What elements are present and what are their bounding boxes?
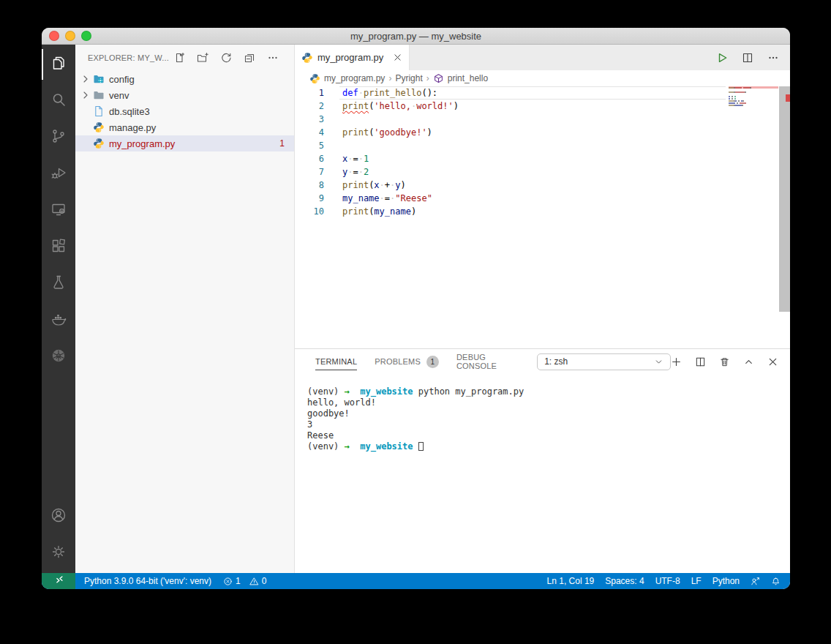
tree-item-label: config xyxy=(109,74,135,85)
status-item-value: 0 xyxy=(262,576,267,586)
new-folder-button[interactable] xyxy=(197,52,208,64)
search-icon xyxy=(50,91,67,111)
status-item-language-mode[interactable]: Python xyxy=(712,576,740,586)
editor-scrollbar[interactable] xyxy=(779,86,790,312)
workbench: EXPLORER: MY_W... configvenvdb.sqlite3ma… xyxy=(42,45,790,573)
line-number[interactable]: 7 xyxy=(295,165,324,179)
code-text: print(x·+·y) xyxy=(342,179,406,192)
tree-item-db.sqlite3[interactable]: db.sqlite3 xyxy=(75,103,294,119)
status-item-eol[interactable]: LF xyxy=(691,576,702,586)
code-editor[interactable]: 1def·print_hello():2print('hello,·world!… xyxy=(295,86,790,348)
status-item-problems[interactable]: 10 xyxy=(223,576,266,586)
status-item-indentation[interactable]: Spaces: 4 xyxy=(605,576,644,586)
breadcrumb-item-print_hello[interactable]: print_hello xyxy=(433,73,488,84)
line-number[interactable]: 5 xyxy=(295,139,324,152)
breadcrumb-label: my_program.py xyxy=(324,73,385,83)
collapse-all-button[interactable] xyxy=(244,52,255,64)
tree-item-config[interactable]: config xyxy=(75,71,294,87)
code-line-7: 7y·=·2 xyxy=(295,165,790,179)
warning-icon xyxy=(249,577,259,586)
panel-tab-debug-console[interactable]: DEBUG CONSOLE xyxy=(456,349,528,374)
terminal-actions xyxy=(671,356,778,367)
chevron-right-icon xyxy=(80,89,91,101)
tree-item-label: manage.py xyxy=(109,122,156,133)
tab-label: my_program.py xyxy=(317,52,383,63)
line-number[interactable]: 6 xyxy=(295,152,324,165)
breadcrumb-item-my_program.py[interactable]: my_program.py xyxy=(309,73,385,84)
panel-tab-terminal[interactable]: TERMINAL xyxy=(315,349,357,374)
close-panel-button[interactable] xyxy=(767,356,778,367)
terminal-line: hello, world! xyxy=(307,397,790,408)
activity-item-search[interactable] xyxy=(42,83,75,119)
line-number[interactable]: 1 xyxy=(295,86,324,100)
terminal-content[interactable]: (venv) → my_website python my_program.py… xyxy=(295,374,790,573)
refresh-button[interactable] xyxy=(220,52,232,64)
tree-item-manage.py[interactable]: manage.py xyxy=(75,119,294,135)
editor-region: my_program.py my_program.py›Pyright›prin… xyxy=(295,45,790,573)
zoom-button[interactable] xyxy=(81,31,91,41)
minimize-button[interactable] xyxy=(65,31,75,41)
remote-indicator[interactable] xyxy=(42,573,75,589)
terminal-line: goodbye! xyxy=(307,408,790,419)
run-python-file-button[interactable] xyxy=(716,52,728,64)
titlebar[interactable]: my_program.py — my_website xyxy=(42,28,790,45)
line-number[interactable]: 2 xyxy=(295,100,324,113)
status-item-feedback[interactable] xyxy=(751,577,760,586)
line-number[interactable]: 4 xyxy=(295,126,324,139)
kubernetes-icon xyxy=(50,347,67,367)
status-item-label: Python xyxy=(712,576,740,586)
editor-actions xyxy=(716,45,790,70)
activity-item-run-debug[interactable] xyxy=(42,156,75,192)
code-text: my_name·=·"Reese" xyxy=(342,192,432,205)
status-item-notifications[interactable] xyxy=(771,577,781,586)
close-icon[interactable] xyxy=(393,53,402,62)
status-item-python-interpreter[interactable]: Python 3.9.0 64-bit ('venv': venv) xyxy=(84,576,211,586)
tree-item-venv[interactable]: venv xyxy=(75,87,294,103)
activity-item-testing[interactable] xyxy=(42,266,75,302)
more-actions-button[interactable] xyxy=(767,52,779,64)
breadcrumb-item-Pyright[interactable]: Pyright xyxy=(395,73,422,83)
activity-item-remote-explorer[interactable] xyxy=(42,192,75,229)
line-number[interactable]: 10 xyxy=(295,205,324,218)
status-item-label: Python 3.9.0 64-bit ('venv': venv) xyxy=(84,576,211,586)
activity-item-extensions[interactable] xyxy=(42,229,75,266)
terminal-cursor xyxy=(418,442,424,451)
tree-indent xyxy=(80,138,91,149)
explorer-header: EXPLORER: MY_W... xyxy=(75,45,294,70)
activity-item-docker[interactable] xyxy=(42,302,75,339)
maximize-panel-button[interactable] xyxy=(743,356,754,367)
line-number[interactable]: 9 xyxy=(295,192,324,205)
code-text: y·=·2 xyxy=(342,165,369,179)
activity-item-accounts[interactable] xyxy=(42,498,75,535)
close-button[interactable] xyxy=(49,31,59,41)
tab-my-program[interactable]: my_program.py xyxy=(295,45,410,70)
tree-item-my_program.py[interactable]: my_program.py1 xyxy=(75,135,294,151)
line-number[interactable]: 3 xyxy=(295,113,324,126)
status-item-value: 1 xyxy=(236,576,241,586)
terminal-line: 3 xyxy=(307,419,790,430)
panel-tab-problems[interactable]: PROBLEMS1 xyxy=(375,349,439,374)
terminal-line: Reese xyxy=(307,430,790,441)
debug-icon xyxy=(50,164,67,184)
line-number[interactable]: 8 xyxy=(295,179,324,192)
split-editor-button[interactable] xyxy=(742,52,753,64)
terminal-shell-select[interactable]: 1: zsh xyxy=(537,353,671,370)
split-terminal-button[interactable] xyxy=(695,356,706,367)
minimap[interactable] xyxy=(729,86,778,106)
new-file-button[interactable] xyxy=(173,52,185,64)
activity-item-kubernetes[interactable] xyxy=(42,339,75,375)
activity-item-source-control[interactable] xyxy=(42,119,75,156)
activity-item-explorer[interactable] xyxy=(42,46,75,83)
status-item-cursor-position[interactable]: Ln 1, Col 19 xyxy=(547,576,595,586)
status-item-label: UTF-8 xyxy=(655,576,680,586)
beaker-icon xyxy=(50,274,67,294)
activity-bar xyxy=(42,45,75,573)
status-item-encoding[interactable]: UTF-8 xyxy=(655,576,680,586)
kill-terminal-button[interactable] xyxy=(719,356,730,367)
activity-item-settings[interactable] xyxy=(42,535,75,572)
terminal-line: (venv) → my_website python my_program.py xyxy=(307,386,790,397)
code-line-2: 2print('hello,·world!') xyxy=(295,100,790,113)
new-terminal-button[interactable] xyxy=(671,356,682,367)
activity-bar-bottom xyxy=(42,498,75,572)
more-actions-button[interactable] xyxy=(267,52,279,64)
